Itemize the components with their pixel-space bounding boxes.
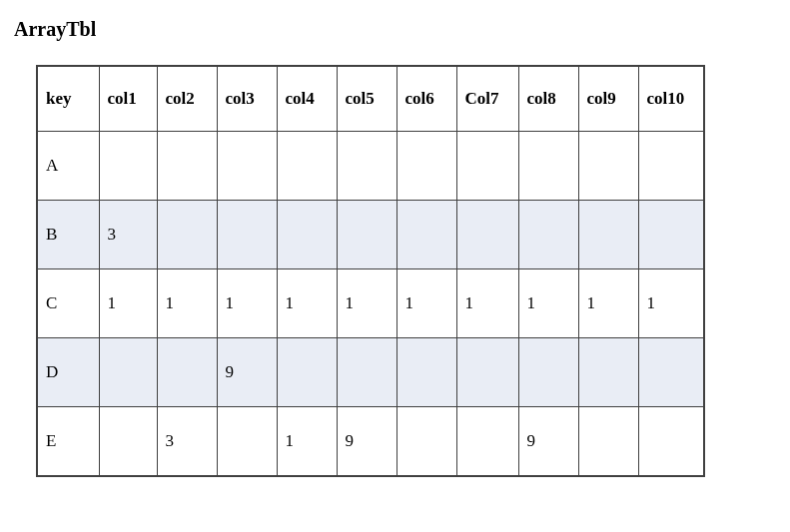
table-cell: [337, 201, 396, 269]
table-cell: 1: [518, 269, 578, 338]
table-cell: [337, 338, 396, 407]
table-cell: [99, 407, 157, 477]
table-cell: [157, 132, 217, 201]
table-cell: 1: [337, 269, 396, 338]
table-cell: [456, 201, 518, 269]
table-header-cell: col3: [217, 66, 277, 132]
table-cell: 9: [337, 407, 396, 477]
table-cell: [277, 201, 337, 269]
table-cell: [277, 338, 337, 407]
page-title: ArrayTbl: [14, 18, 790, 41]
table-row: B 3: [37, 201, 704, 269]
row-key-cell: D: [37, 338, 99, 407]
table-cell: [638, 338, 704, 407]
table-row: C 1 1 1 1 1 1 1 1 1 1: [37, 269, 704, 338]
table-cell: [396, 201, 456, 269]
table-cell: 1: [157, 269, 217, 338]
table-header-cell: col2: [157, 66, 217, 132]
table-cell: [217, 201, 277, 269]
table-cell: [157, 201, 217, 269]
table-cell: [396, 407, 456, 477]
table-header-row: key col1 col2 col3 col4 col5 col6 Col7 c…: [37, 66, 704, 132]
table-header-cell: col1: [99, 66, 157, 132]
table-cell: [578, 407, 638, 477]
table-cell: 1: [99, 269, 157, 338]
table-cell: 1: [396, 269, 456, 338]
table-cell: [638, 132, 704, 201]
array-table-container: key col1 col2 col3 col4 col5 col6 Col7 c…: [36, 65, 790, 477]
table-header-cell: col5: [337, 66, 396, 132]
row-key-cell: C: [37, 269, 99, 338]
table-cell: [217, 407, 277, 477]
table-cell: [277, 132, 337, 201]
table-cell: [578, 338, 638, 407]
table-cell: 1: [277, 407, 337, 477]
table-cell: 1: [277, 269, 337, 338]
table-row: E 3 1 9 9: [37, 407, 704, 477]
array-table: key col1 col2 col3 col4 col5 col6 Col7 c…: [36, 65, 705, 477]
table-header-cell: key: [37, 66, 99, 132]
table-row: D 9: [37, 338, 704, 407]
table-header-cell: col6: [396, 66, 456, 132]
table-cell: [396, 338, 456, 407]
table-cell: 3: [157, 407, 217, 477]
table-cell: [638, 201, 704, 269]
table-header-cell: col8: [518, 66, 578, 132]
table-cell: [518, 338, 578, 407]
table-cell: 9: [518, 407, 578, 477]
table-cell: [638, 407, 704, 477]
table-header-cell: col9: [578, 66, 638, 132]
row-key-cell: E: [37, 407, 99, 477]
table-cell: [396, 132, 456, 201]
table-cell: [518, 201, 578, 269]
table-header-cell: Col7: [456, 66, 518, 132]
table-cell: [578, 132, 638, 201]
table-cell: 3: [99, 201, 157, 269]
table-cell: [217, 132, 277, 201]
table-header-cell: col10: [638, 66, 704, 132]
table-cell: [99, 132, 157, 201]
table-cell: 1: [456, 269, 518, 338]
row-key-cell: A: [37, 132, 99, 201]
table-cell: 1: [217, 269, 277, 338]
table-cell: 1: [638, 269, 704, 338]
table-cell: [99, 338, 157, 407]
table-cell: [578, 201, 638, 269]
table-cell: [518, 132, 578, 201]
table-cell: [337, 132, 396, 201]
table-cell: [456, 407, 518, 477]
row-key-cell: B: [37, 201, 99, 269]
table-cell: [456, 132, 518, 201]
table-row: A: [37, 132, 704, 201]
table-cell: 9: [217, 338, 277, 407]
table-header-cell: col4: [277, 66, 337, 132]
table-cell: [157, 338, 217, 407]
table-cell: 1: [578, 269, 638, 338]
table-cell: [456, 338, 518, 407]
